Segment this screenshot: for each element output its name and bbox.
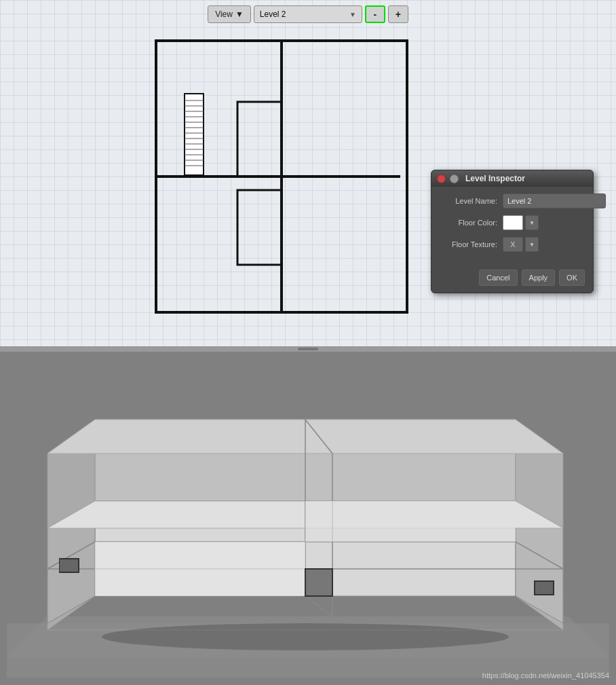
floor-plan-canvas <box>149 34 414 319</box>
add-level-button[interactable]: + <box>388 5 408 23</box>
level-dropdown[interactable]: Level 2 ▼ <box>254 5 362 23</box>
floor-color-row: Floor Color: ▼ <box>440 215 585 230</box>
ok-button[interactable]: OK <box>559 270 585 286</box>
svg-marker-38 <box>95 542 305 596</box>
level-inspector-dialog: Level Inspector Level Name: Floor Color:… <box>431 170 594 293</box>
divider-handle <box>298 348 318 350</box>
svg-line-31 <box>305 596 332 616</box>
close-button[interactable] <box>437 174 446 183</box>
panel-divider[interactable] <box>0 346 616 352</box>
svg-rect-3 <box>237 102 282 177</box>
floor-texture-row: Floor Texture: X ▼ <box>440 237 585 252</box>
remove-level-button[interactable]: - <box>365 5 385 23</box>
floor-color-label: Floor Color: <box>440 219 497 227</box>
3d-building <box>7 365 609 678</box>
level-name-input[interactable] <box>503 193 606 208</box>
svg-rect-44 <box>535 582 544 594</box>
color-dropdown-arrow[interactable]: ▼ <box>525 215 539 230</box>
toolbar: View ▼ Level 2 ▼ - + <box>0 5 616 23</box>
inspector-title: Level Inspector <box>465 174 525 183</box>
bottom-3d-panel: https://blog.csdn.net/weixin_41045354 <box>0 352 616 685</box>
color-swatch[interactable] <box>503 215 523 230</box>
apply-button[interactable]: Apply <box>522 270 556 286</box>
level-name-label: Level Name: <box>440 197 497 205</box>
view-button[interactable]: View ▼ <box>208 5 251 23</box>
floor-texture-label: Floor Texture: <box>440 240 497 248</box>
svg-rect-4 <box>237 190 282 265</box>
level-name-row: Level Name: <box>440 193 585 208</box>
inspector-footer: Cancel Apply OK <box>431 265 593 293</box>
svg-point-48 <box>102 623 509 650</box>
svg-marker-39 <box>305 501 516 542</box>
view-arrow: ▼ <box>235 10 244 19</box>
texture-dropdown-arrow[interactable]: ▼ <box>525 237 539 252</box>
texture-value: X <box>503 237 523 252</box>
minimize-button[interactable] <box>450 174 459 183</box>
svg-rect-45 <box>544 582 553 594</box>
dropdown-chevron-icon: ▼ <box>349 11 356 18</box>
inspector-titlebar: Level Inspector <box>431 170 593 187</box>
svg-rect-47 <box>306 570 332 595</box>
color-picker: ▼ <box>503 215 539 230</box>
watermark-text: https://blog.csdn.net/weixin_41045354 <box>482 671 609 680</box>
texture-picker: X ▼ <box>503 237 539 252</box>
view-label: View <box>215 10 233 19</box>
level-dropdown-value: Level 2 <box>260 10 286 19</box>
top-panel: View ▼ Level 2 ▼ - + <box>0 0 616 346</box>
cancel-button[interactable]: Cancel <box>479 270 517 286</box>
inspector-body: Level Name: Floor Color: ▼ Floor Texture… <box>431 187 593 265</box>
svg-rect-41 <box>60 559 69 572</box>
svg-rect-42 <box>69 559 78 572</box>
